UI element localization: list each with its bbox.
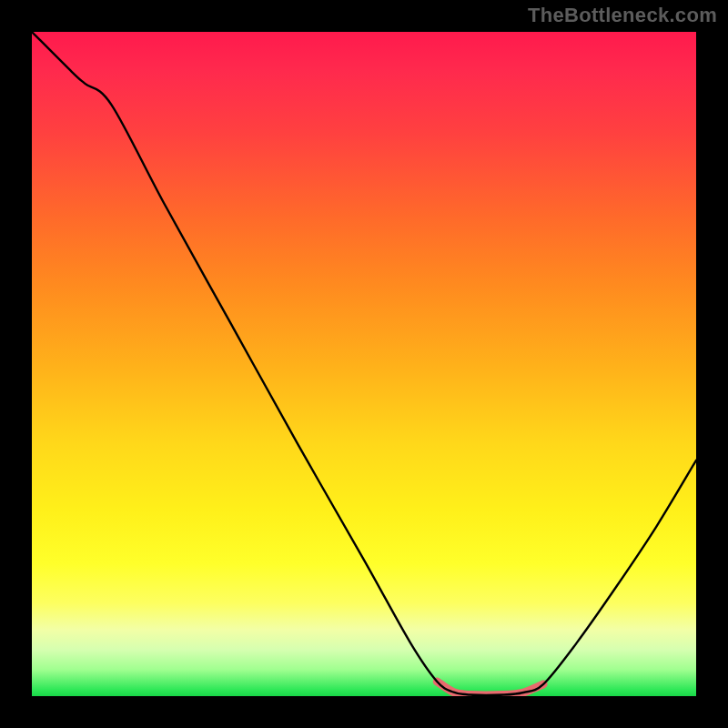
curve-layer xyxy=(32,32,696,696)
bottleneck-curve xyxy=(32,32,696,695)
plot-area xyxy=(32,32,696,696)
watermark-text: TheBottleneck.com xyxy=(528,4,717,27)
highlight-segment xyxy=(437,682,543,695)
chart-frame: TheBottleneck.com xyxy=(0,0,728,728)
